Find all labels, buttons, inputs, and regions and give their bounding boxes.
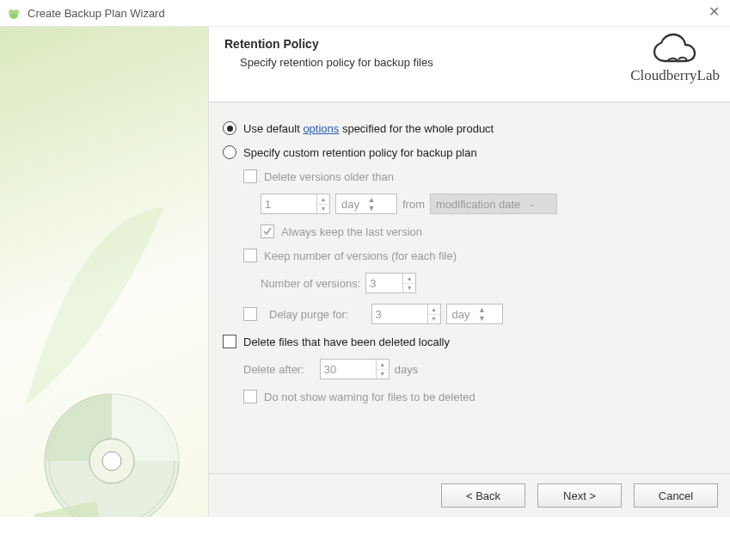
- back-button[interactable]: < Back: [441, 483, 525, 508]
- checkbox-icon: [243, 249, 257, 262]
- delete-older-controls: ▲▼ day ▲▼ from modification date ⌄: [261, 194, 716, 214]
- next-button[interactable]: Next >: [537, 483, 622, 508]
- num-versions-label: Number of versions:: [261, 277, 360, 290]
- specify-custom-label: Specify custom retention policy for back…: [243, 146, 477, 159]
- content: Use default options specified for the wh…: [209, 102, 730, 403]
- keep-versions-controls: Number of versions: ▲▼: [261, 273, 716, 293]
- chevron-updown-icon: ▲▼: [475, 305, 488, 323]
- checkbox-icon: [243, 307, 257, 321]
- app-icon: [7, 6, 21, 20]
- num-versions-input: [366, 274, 402, 292]
- checkbox-delete-locally[interactable]: Delete files that have been deleted loca…: [223, 335, 716, 348]
- options-link[interactable]: options: [303, 122, 339, 135]
- delete-older-unit-select: day ▲▼: [335, 194, 397, 214]
- wizard-main: Retention Policy Specify retention polic…: [208, 27, 730, 517]
- delete-after-label: Delete after:: [243, 363, 304, 376]
- svg-point-6: [102, 452, 121, 471]
- use-default-pre: Use default: [243, 122, 303, 135]
- sidebar-disc-decoration: [34, 379, 198, 517]
- svg-point-1: [9, 9, 14, 15]
- checkbox-always-keep-last: Always keep the last version: [261, 225, 716, 238]
- delay-purge-unit-select: day ▲▼: [446, 304, 503, 324]
- no-warning-label: Do not show warning for files to be dele…: [264, 391, 475, 403]
- titlebar: Create Backup Plan Wizard ✕: [0, 0, 730, 27]
- radio-icon: [223, 121, 236, 135]
- checkbox-no-warning: Do not show warning for files to be dele…: [243, 390, 716, 403]
- chevron-up-icon: ▲: [377, 360, 389, 370]
- delay-purge-value-stepper: ▲▼: [371, 304, 441, 324]
- header: Retention Policy Specify retention polic…: [209, 27, 730, 102]
- cancel-button[interactable]: Cancel: [634, 483, 718, 508]
- delete-older-from-value: modification date: [436, 198, 525, 211]
- always-keep-last-label: Always keep the last version: [281, 225, 422, 238]
- chevron-down-icon: ▼: [403, 284, 415, 293]
- wizard-sidebar: [0, 27, 208, 517]
- chevron-up-icon: ▲: [403, 274, 415, 284]
- checkbox-keep-versions: Keep number of versions (for each file): [243, 249, 716, 262]
- use-default-post: specified for the whole product: [339, 122, 494, 135]
- use-default-label: Use default options specified for the wh…: [243, 122, 494, 135]
- footer: < Back Next > Cancel: [209, 473, 730, 517]
- num-versions-stepper: ▲▼: [365, 273, 416, 293]
- delay-purge-label: Delay purge for:: [269, 308, 349, 321]
- checkbox-icon: [243, 390, 257, 403]
- delete-older-value-stepper: ▲▼: [261, 194, 330, 214]
- window-title: Create Backup Plan Wizard: [28, 7, 165, 20]
- delete-older-from-select: modification date ⌄: [430, 194, 557, 214]
- delete-older-unit-value: day: [341, 198, 365, 211]
- delete-after-stepper: ▲▼: [320, 359, 390, 379]
- checkbox-icon: [223, 335, 236, 348]
- delete-older-label: Delete versions older than: [264, 170, 394, 183]
- keep-versions-label: Keep number of versions (for each file): [264, 249, 457, 262]
- chevron-down-icon: ▼: [317, 205, 329, 214]
- checkbox-icon: [261, 225, 274, 238]
- chevron-updown-icon: ▲▼: [365, 195, 378, 212]
- chevron-up-icon: ▲: [428, 305, 440, 315]
- close-icon[interactable]: ✕: [709, 3, 720, 20]
- delete-after-input: [321, 360, 376, 378]
- radio-icon: [223, 145, 236, 159]
- radio-use-default[interactable]: Use default options specified for the wh…: [223, 121, 716, 135]
- chevron-down-icon: ▼: [377, 370, 389, 379]
- delay-purge-unit-value: day: [452, 308, 475, 321]
- delete-locally-label: Delete files that have been deleted loca…: [243, 335, 450, 348]
- chevron-down-icon: ▼: [428, 315, 440, 324]
- cloud-icon: [651, 32, 699, 68]
- chevron-up-icon: ▲: [317, 194, 329, 205]
- delete-older-value-input: [261, 194, 316, 213]
- chevron-down-icon: ⌄: [525, 200, 539, 208]
- checkbox-delete-older: Delete versions older than: [243, 169, 716, 183]
- checkbox-delay-purge: Delay purge for: ▲▼ day ▲▼: [243, 304, 716, 324]
- delete-after-unit: days: [395, 363, 418, 376]
- delete-after-controls: Delete after: ▲▼ days: [243, 359, 716, 379]
- radio-specify-custom[interactable]: Specify custom retention policy for back…: [223, 145, 716, 159]
- brand-label: CloudberryLab: [630, 67, 720, 84]
- checkbox-icon: [243, 169, 257, 183]
- brand: CloudberryLab: [630, 32, 720, 84]
- from-label: from: [402, 198, 425, 211]
- delay-purge-value-input: [372, 305, 427, 323]
- wizard-body: Retention Policy Specify retention polic…: [0, 27, 730, 517]
- svg-point-2: [14, 9, 19, 15]
